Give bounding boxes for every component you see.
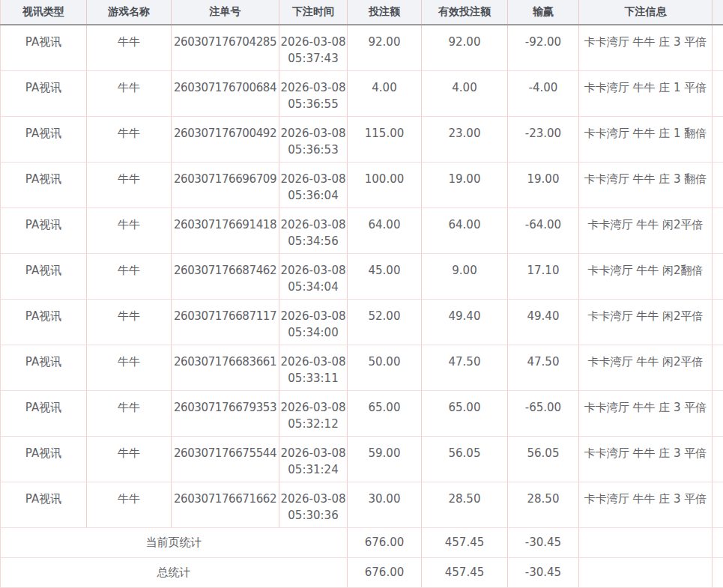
cell-bet-amount: 64.00 bbox=[348, 207, 422, 253]
cell-bet-time: 2026-03-08 05:34:04 bbox=[279, 253, 348, 299]
cell-bet-info: 卡卡湾厅 牛牛 庄 3 平倍 bbox=[579, 25, 713, 70]
cell-bet-amount: 65.00 bbox=[348, 390, 422, 436]
header-row: 视讯类型 游戏名称 注单号 下注时间 投注额 有效投注额 输赢 下注信息 bbox=[1, 0, 723, 25]
cell-bet-time: 2026-03-08 05:31:24 bbox=[279, 436, 348, 482]
table-row: PA视讯 牛牛 260307176675544 2026-03-08 05:31… bbox=[1, 436, 723, 482]
header-bet-time: 下注时间 bbox=[279, 0, 348, 25]
cell-bet-time: 2026-03-08 05:32:12 bbox=[279, 390, 348, 436]
cell-video-type: PA视讯 bbox=[1, 345, 87, 390]
cell-win-loss: 47.50 bbox=[508, 345, 579, 390]
table-row: PA视讯 牛牛 260307176679353 2026-03-08 05:32… bbox=[1, 390, 723, 436]
cell-edge-gutter bbox=[713, 345, 723, 390]
page-summary-row: 当前页统计 676.00 457.45 -30.45 bbox=[1, 527, 723, 557]
cell-bet-amount: 92.00 bbox=[348, 25, 422, 70]
page-total-bet-amount: 676.00 bbox=[348, 527, 422, 557]
cell-bet-id: 260307176696709 bbox=[172, 162, 279, 207]
cell-video-type: PA视讯 bbox=[1, 70, 87, 116]
table-footer: 当前页统计 676.00 457.45 -30.45 总统计 676.00 45… bbox=[1, 527, 723, 587]
cell-bet-time: 2026-03-08 05:36:04 bbox=[279, 162, 348, 207]
cell-valid-amount: 28.50 bbox=[422, 482, 508, 527]
cell-bet-info: 卡卡湾厅 牛牛 闲2翻倍 bbox=[579, 253, 713, 299]
cell-bet-amount: 52.00 bbox=[348, 299, 422, 345]
page-total-info-empty bbox=[579, 527, 713, 557]
cell-edge-gutter bbox=[713, 70, 723, 116]
grand-total-info-empty bbox=[579, 557, 713, 587]
cell-bet-amount: 45.00 bbox=[348, 253, 422, 299]
cell-game-name: 牛牛 bbox=[87, 345, 172, 390]
cell-valid-amount: 49.40 bbox=[422, 299, 508, 345]
cell-bet-amount: 4.00 bbox=[348, 70, 422, 116]
cell-valid-amount: 65.00 bbox=[422, 390, 508, 436]
cell-bet-amount: 30.00 bbox=[348, 482, 422, 527]
page-total-valid-amount: 457.45 bbox=[422, 527, 508, 557]
cell-edge-gutter bbox=[713, 116, 723, 162]
cell-valid-amount: 92.00 bbox=[422, 25, 508, 70]
cell-edge-gutter bbox=[713, 482, 723, 527]
cell-video-type: PA视讯 bbox=[1, 390, 87, 436]
table-body: PA视讯 牛牛 260307176704285 2026-03-08 05:37… bbox=[1, 25, 723, 527]
header-video-type: 视讯类型 bbox=[1, 0, 87, 25]
cell-bet-time: 2026-03-08 05:30:36 bbox=[279, 482, 348, 527]
table-row: PA视讯 牛牛 260307176671662 2026-03-08 05:30… bbox=[1, 482, 723, 527]
page-summary-label: 当前页统计 bbox=[1, 527, 348, 557]
cell-bet-info: 卡卡湾厅 牛牛 庄 1 平倍 bbox=[579, 70, 713, 116]
grand-total-win-loss: -30.45 bbox=[508, 557, 579, 587]
table-row: PA视讯 牛牛 260307176683661 2026-03-08 05:33… bbox=[1, 345, 723, 390]
table-row: PA视讯 牛牛 260307176687462 2026-03-08 05:34… bbox=[1, 253, 723, 299]
header-bet-id: 注单号 bbox=[172, 0, 279, 25]
table-row: PA视讯 牛牛 260307176704285 2026-03-08 05:37… bbox=[1, 25, 723, 70]
cell-game-name: 牛牛 bbox=[87, 162, 172, 207]
cell-valid-amount: 64.00 bbox=[422, 207, 508, 253]
cell-valid-amount: 9.00 bbox=[422, 253, 508, 299]
cell-valid-amount: 4.00 bbox=[422, 70, 508, 116]
cell-edge-gutter bbox=[713, 299, 723, 345]
table-row: PA视讯 牛牛 260307176687117 2026-03-08 05:34… bbox=[1, 299, 723, 345]
header-game-name: 游戏名称 bbox=[87, 0, 172, 25]
cell-bet-id: 260307176679353 bbox=[172, 390, 279, 436]
grand-total-bet-amount: 676.00 bbox=[348, 557, 422, 587]
cell-bet-id: 260307176683661 bbox=[172, 345, 279, 390]
cell-bet-time: 2026-03-08 05:34:56 bbox=[279, 207, 348, 253]
table-row: PA视讯 牛牛 260307176700684 2026-03-08 05:36… bbox=[1, 70, 723, 116]
cell-bet-id: 260307176691418 bbox=[172, 207, 279, 253]
cell-bet-amount: 50.00 bbox=[348, 345, 422, 390]
cell-bet-amount: 115.00 bbox=[348, 116, 422, 162]
cell-bet-info: 卡卡湾厅 牛牛 庄 1 翻倍 bbox=[579, 116, 713, 162]
cell-bet-id: 260307176700684 bbox=[172, 70, 279, 116]
table-row: PA视讯 牛牛 260307176691418 2026-03-08 05:34… bbox=[1, 207, 723, 253]
table-row: PA视讯 牛牛 260307176696709 2026-03-08 05:36… bbox=[1, 162, 723, 207]
cell-game-name: 牛牛 bbox=[87, 70, 172, 116]
cell-bet-id: 260307176687117 bbox=[172, 299, 279, 345]
cell-video-type: PA视讯 bbox=[1, 116, 87, 162]
cell-bet-amount: 59.00 bbox=[348, 436, 422, 482]
cell-video-type: PA视讯 bbox=[1, 299, 87, 345]
cell-bet-id: 260307176671662 bbox=[172, 482, 279, 527]
cell-game-name: 牛牛 bbox=[87, 25, 172, 70]
page-total-edge-gutter bbox=[713, 527, 723, 557]
cell-game-name: 牛牛 bbox=[87, 207, 172, 253]
header-win-loss: 输赢 bbox=[508, 0, 579, 25]
header-edge-gutter bbox=[713, 0, 723, 25]
cell-bet-amount: 100.00 bbox=[348, 162, 422, 207]
cell-win-loss: 49.40 bbox=[508, 299, 579, 345]
cell-win-loss: -65.00 bbox=[508, 390, 579, 436]
cell-bet-info: 卡卡湾厅 牛牛 庄 3 平倍 bbox=[579, 390, 713, 436]
cell-edge-gutter bbox=[713, 25, 723, 70]
cell-edge-gutter bbox=[713, 162, 723, 207]
cell-edge-gutter bbox=[713, 390, 723, 436]
cell-edge-gutter bbox=[713, 253, 723, 299]
cell-bet-id: 260307176704285 bbox=[172, 25, 279, 70]
cell-game-name: 牛牛 bbox=[87, 299, 172, 345]
grand-summary-row: 总统计 676.00 457.45 -30.45 bbox=[1, 557, 723, 587]
cell-win-loss: 17.10 bbox=[508, 253, 579, 299]
cell-video-type: PA视讯 bbox=[1, 253, 87, 299]
cell-bet-info: 卡卡湾厅 牛牛 闲2平倍 bbox=[579, 299, 713, 345]
cell-edge-gutter bbox=[713, 436, 723, 482]
cell-valid-amount: 19.00 bbox=[422, 162, 508, 207]
grand-total-edge-gutter bbox=[713, 557, 723, 587]
cell-bet-id: 260307176687462 bbox=[172, 253, 279, 299]
cell-video-type: PA视讯 bbox=[1, 162, 87, 207]
cell-valid-amount: 56.05 bbox=[422, 436, 508, 482]
cell-win-loss: -92.00 bbox=[508, 25, 579, 70]
grand-summary-label: 总统计 bbox=[1, 557, 348, 587]
